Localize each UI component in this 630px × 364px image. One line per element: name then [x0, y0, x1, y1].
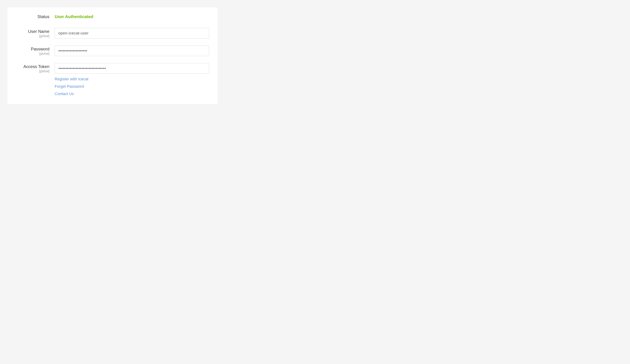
status-field-col: User Authenticated — [55, 14, 209, 19]
username-field-col — [55, 28, 209, 38]
username-input[interactable] — [55, 28, 209, 38]
password-row: Password [global] — [16, 46, 209, 56]
settings-panel: Status User Authenticated User Name [glo… — [7, 7, 218, 104]
status-row: Status User Authenticated — [16, 14, 209, 19]
links-block: Register with Icecat Forget Password Con… — [55, 77, 209, 96]
status-label: Status — [16, 14, 50, 19]
password-scope: [global] — [16, 52, 50, 56]
password-field-col — [55, 46, 209, 56]
access-token-row: Access Token [global] Register with Icec… — [16, 63, 209, 99]
register-link[interactable]: Register with Icecat — [55, 77, 209, 82]
username-scope: [global] — [16, 34, 50, 38]
username-label: User Name — [16, 29, 50, 34]
password-label: Password — [16, 46, 50, 52]
status-label-col: Status — [16, 14, 55, 19]
contact-us-link[interactable]: Contact Us — [55, 92, 209, 96]
status-value: User Authenticated — [55, 14, 93, 19]
password-label-col: Password [global] — [16, 46, 55, 56]
access-token-field-col: Register with Icecat Forget Password Con… — [55, 63, 209, 99]
access-token-label: Access Token — [16, 64, 50, 69]
access-token-label-col: Access Token [global] — [16, 63, 55, 73]
username-label-col: User Name [global] — [16, 28, 55, 38]
access-token-input[interactable] — [55, 63, 209, 74]
password-input[interactable] — [55, 46, 209, 56]
username-row: User Name [global] — [16, 28, 209, 38]
access-token-scope: [global] — [16, 70, 50, 73]
forget-password-link[interactable]: Forget Password — [55, 84, 209, 89]
